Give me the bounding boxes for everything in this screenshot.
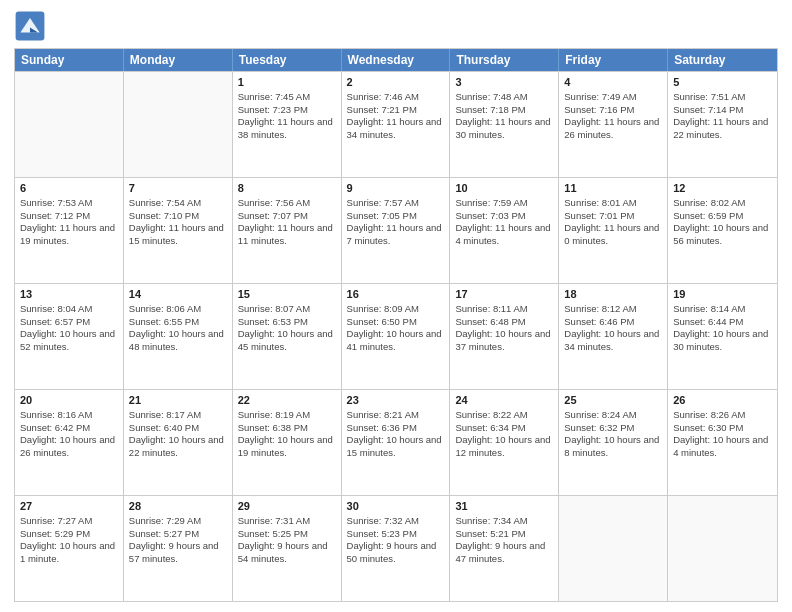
weekday-header-saturday: Saturday [668, 49, 777, 71]
day-info: Sunrise: 7:59 AMSunset: 7:03 PMDaylight:… [455, 197, 553, 248]
weekday-header-monday: Monday [124, 49, 233, 71]
calendar-row-5: 27Sunrise: 7:27 AMSunset: 5:29 PMDayligh… [15, 495, 777, 601]
day-info: Sunrise: 8:16 AMSunset: 6:42 PMDaylight:… [20, 409, 118, 460]
day-cell-16: 16Sunrise: 8:09 AMSunset: 6:50 PMDayligh… [342, 284, 451, 389]
day-number: 13 [20, 287, 118, 302]
empty-cell [668, 496, 777, 601]
day-number: 27 [20, 499, 118, 514]
empty-cell [15, 72, 124, 177]
day-number: 8 [238, 181, 336, 196]
day-number: 4 [564, 75, 662, 90]
page-header [14, 10, 778, 42]
day-info: Sunrise: 7:49 AMSunset: 7:16 PMDaylight:… [564, 91, 662, 142]
day-info: Sunrise: 7:34 AMSunset: 5:21 PMDaylight:… [455, 515, 553, 566]
day-number: 2 [347, 75, 445, 90]
day-number: 10 [455, 181, 553, 196]
weekday-header-friday: Friday [559, 49, 668, 71]
day-info: Sunrise: 7:51 AMSunset: 7:14 PMDaylight:… [673, 91, 772, 142]
day-info: Sunrise: 7:27 AMSunset: 5:29 PMDaylight:… [20, 515, 118, 566]
day-info: Sunrise: 8:02 AMSunset: 6:59 PMDaylight:… [673, 197, 772, 248]
day-cell-6: 6Sunrise: 7:53 AMSunset: 7:12 PMDaylight… [15, 178, 124, 283]
day-cell-31: 31Sunrise: 7:34 AMSunset: 5:21 PMDayligh… [450, 496, 559, 601]
day-info: Sunrise: 8:14 AMSunset: 6:44 PMDaylight:… [673, 303, 772, 354]
weekday-header-thursday: Thursday [450, 49, 559, 71]
day-number: 3 [455, 75, 553, 90]
day-cell-30: 30Sunrise: 7:32 AMSunset: 5:23 PMDayligh… [342, 496, 451, 601]
day-info: Sunrise: 8:19 AMSunset: 6:38 PMDaylight:… [238, 409, 336, 460]
day-cell-24: 24Sunrise: 8:22 AMSunset: 6:34 PMDayligh… [450, 390, 559, 495]
day-cell-13: 13Sunrise: 8:04 AMSunset: 6:57 PMDayligh… [15, 284, 124, 389]
weekday-header-sunday: Sunday [15, 49, 124, 71]
day-cell-22: 22Sunrise: 8:19 AMSunset: 6:38 PMDayligh… [233, 390, 342, 495]
day-cell-21: 21Sunrise: 8:17 AMSunset: 6:40 PMDayligh… [124, 390, 233, 495]
day-cell-23: 23Sunrise: 8:21 AMSunset: 6:36 PMDayligh… [342, 390, 451, 495]
day-info: Sunrise: 8:01 AMSunset: 7:01 PMDaylight:… [564, 197, 662, 248]
day-cell-14: 14Sunrise: 8:06 AMSunset: 6:55 PMDayligh… [124, 284, 233, 389]
day-info: Sunrise: 7:57 AMSunset: 7:05 PMDaylight:… [347, 197, 445, 248]
weekday-header-tuesday: Tuesday [233, 49, 342, 71]
calendar-row-4: 20Sunrise: 8:16 AMSunset: 6:42 PMDayligh… [15, 389, 777, 495]
day-number: 19 [673, 287, 772, 302]
day-cell-1: 1Sunrise: 7:45 AMSunset: 7:23 PMDaylight… [233, 72, 342, 177]
empty-cell [559, 496, 668, 601]
calendar-header: SundayMondayTuesdayWednesdayThursdayFrid… [15, 49, 777, 71]
day-number: 12 [673, 181, 772, 196]
day-info: Sunrise: 8:12 AMSunset: 6:46 PMDaylight:… [564, 303, 662, 354]
day-cell-18: 18Sunrise: 8:12 AMSunset: 6:46 PMDayligh… [559, 284, 668, 389]
day-info: Sunrise: 7:54 AMSunset: 7:10 PMDaylight:… [129, 197, 227, 248]
day-number: 7 [129, 181, 227, 196]
day-number: 15 [238, 287, 336, 302]
day-info: Sunrise: 8:06 AMSunset: 6:55 PMDaylight:… [129, 303, 227, 354]
day-cell-3: 3Sunrise: 7:48 AMSunset: 7:18 PMDaylight… [450, 72, 559, 177]
day-number: 26 [673, 393, 772, 408]
day-info: Sunrise: 7:45 AMSunset: 7:23 PMDaylight:… [238, 91, 336, 142]
day-number: 14 [129, 287, 227, 302]
day-info: Sunrise: 8:11 AMSunset: 6:48 PMDaylight:… [455, 303, 553, 354]
day-cell-5: 5Sunrise: 7:51 AMSunset: 7:14 PMDaylight… [668, 72, 777, 177]
day-cell-7: 7Sunrise: 7:54 AMSunset: 7:10 PMDaylight… [124, 178, 233, 283]
day-info: Sunrise: 8:26 AMSunset: 6:30 PMDaylight:… [673, 409, 772, 460]
calendar-row-2: 6Sunrise: 7:53 AMSunset: 7:12 PMDaylight… [15, 177, 777, 283]
day-number: 11 [564, 181, 662, 196]
day-cell-2: 2Sunrise: 7:46 AMSunset: 7:21 PMDaylight… [342, 72, 451, 177]
day-cell-20: 20Sunrise: 8:16 AMSunset: 6:42 PMDayligh… [15, 390, 124, 495]
day-info: Sunrise: 7:31 AMSunset: 5:25 PMDaylight:… [238, 515, 336, 566]
day-info: Sunrise: 8:04 AMSunset: 6:57 PMDaylight:… [20, 303, 118, 354]
day-number: 9 [347, 181, 445, 196]
day-cell-19: 19Sunrise: 8:14 AMSunset: 6:44 PMDayligh… [668, 284, 777, 389]
day-cell-10: 10Sunrise: 7:59 AMSunset: 7:03 PMDayligh… [450, 178, 559, 283]
day-info: Sunrise: 7:32 AMSunset: 5:23 PMDaylight:… [347, 515, 445, 566]
calendar-row-3: 13Sunrise: 8:04 AMSunset: 6:57 PMDayligh… [15, 283, 777, 389]
day-info: Sunrise: 8:21 AMSunset: 6:36 PMDaylight:… [347, 409, 445, 460]
day-number: 28 [129, 499, 227, 514]
day-cell-29: 29Sunrise: 7:31 AMSunset: 5:25 PMDayligh… [233, 496, 342, 601]
day-cell-15: 15Sunrise: 8:07 AMSunset: 6:53 PMDayligh… [233, 284, 342, 389]
day-info: Sunrise: 8:22 AMSunset: 6:34 PMDaylight:… [455, 409, 553, 460]
logo-icon [14, 10, 46, 42]
day-info: Sunrise: 8:07 AMSunset: 6:53 PMDaylight:… [238, 303, 336, 354]
day-number: 24 [455, 393, 553, 408]
day-info: Sunrise: 8:24 AMSunset: 6:32 PMDaylight:… [564, 409, 662, 460]
weekday-header-wednesday: Wednesday [342, 49, 451, 71]
day-info: Sunrise: 7:56 AMSunset: 7:07 PMDaylight:… [238, 197, 336, 248]
day-number: 31 [455, 499, 553, 514]
day-number: 23 [347, 393, 445, 408]
day-cell-26: 26Sunrise: 8:26 AMSunset: 6:30 PMDayligh… [668, 390, 777, 495]
calendar-row-1: 1Sunrise: 7:45 AMSunset: 7:23 PMDaylight… [15, 71, 777, 177]
day-info: Sunrise: 8:09 AMSunset: 6:50 PMDaylight:… [347, 303, 445, 354]
day-info: Sunrise: 7:53 AMSunset: 7:12 PMDaylight:… [20, 197, 118, 248]
day-cell-8: 8Sunrise: 7:56 AMSunset: 7:07 PMDaylight… [233, 178, 342, 283]
day-cell-11: 11Sunrise: 8:01 AMSunset: 7:01 PMDayligh… [559, 178, 668, 283]
day-cell-25: 25Sunrise: 8:24 AMSunset: 6:32 PMDayligh… [559, 390, 668, 495]
empty-cell [124, 72, 233, 177]
day-cell-9: 9Sunrise: 7:57 AMSunset: 7:05 PMDaylight… [342, 178, 451, 283]
day-cell-4: 4Sunrise: 7:49 AMSunset: 7:16 PMDaylight… [559, 72, 668, 177]
day-number: 22 [238, 393, 336, 408]
calendar: SundayMondayTuesdayWednesdayThursdayFrid… [14, 48, 778, 602]
day-number: 20 [20, 393, 118, 408]
day-number: 17 [455, 287, 553, 302]
day-number: 29 [238, 499, 336, 514]
day-number: 5 [673, 75, 772, 90]
day-cell-12: 12Sunrise: 8:02 AMSunset: 6:59 PMDayligh… [668, 178, 777, 283]
day-number: 6 [20, 181, 118, 196]
